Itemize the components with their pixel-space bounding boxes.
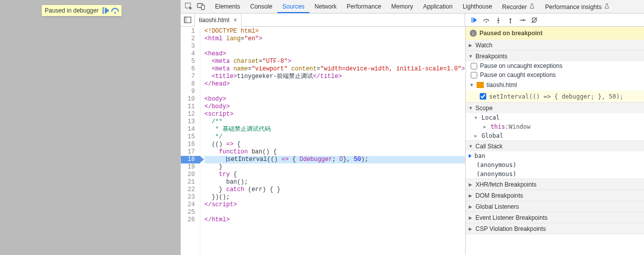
devtools-tab-elements[interactable]: Elements: [210, 0, 245, 13]
code-line[interactable]: [204, 43, 465, 50]
code-line[interactable]: /**: [204, 118, 465, 126]
line-number[interactable]: 7: [181, 73, 200, 80]
devtools-tab-sources[interactable]: Sources: [277, 0, 309, 13]
code-line[interactable]: } catch (err) { }: [204, 186, 465, 194]
step-button[interactable]: [516, 14, 528, 26]
code-line[interactable]: })();: [204, 194, 465, 201]
line-number[interactable]: 12: [181, 111, 200, 118]
code-line[interactable]: * 基础禁止调试代码: [204, 126, 465, 133]
inspect-element-icon[interactable]: [183, 1, 195, 13]
section-scope[interactable]: Scope: [466, 103, 644, 113]
pause-uncaught-checkbox-row[interactable]: Pause on uncaught exceptions: [466, 61, 644, 70]
line-number[interactable]: 20: [181, 171, 200, 179]
step-over-button[interactable]: [480, 14, 492, 26]
devtools-tab-memory[interactable]: Memory: [386, 0, 418, 13]
step-into-button[interactable]: [492, 14, 504, 26]
line-number[interactable]: 16: [181, 141, 200, 148]
line-number[interactable]: 18: [181, 156, 200, 163]
callstack-frame[interactable]: (anonymous): [466, 169, 644, 179]
devtools-tab-performance[interactable]: Performance: [342, 0, 386, 13]
step-over-icon[interactable]: [111, 6, 120, 15]
section-breakpoints[interactable]: Breakpoints: [466, 51, 644, 61]
scope-this-row[interactable]: this: Window: [466, 122, 644, 131]
code-line[interactable]: </html>: [204, 216, 465, 224]
code-line[interactable]: </body>: [204, 103, 465, 111]
code-line[interactable]: <!DOCTYPE html>: [204, 28, 465, 35]
device-toolbar-icon[interactable]: [195, 1, 207, 13]
code-line[interactable]: </script>: [204, 201, 465, 209]
scope-local[interactable]: Local: [466, 113, 644, 122]
deactivate-breakpoints-button[interactable]: [528, 14, 541, 26]
code-line[interactable]: <script>: [204, 111, 465, 118]
section-event-listener-breakpoints[interactable]: Event Listener Breakpoints: [466, 212, 644, 223]
code-line[interactable]: try {: [204, 171, 465, 179]
line-number[interactable]: 21: [181, 179, 200, 186]
code-line[interactable]: (() => {: [204, 141, 465, 148]
code-line[interactable]: <html lang="en">: [204, 35, 465, 43]
devtools-tab-network[interactable]: Network: [309, 0, 342, 13]
code-line[interactable]: </head>: [204, 80, 465, 88]
code-line[interactable]: }: [204, 163, 465, 171]
line-number[interactable]: 23: [181, 194, 200, 201]
line-number[interactable]: 1: [181, 28, 200, 35]
devtools-tab-performance-insights[interactable]: Performance insights: [540, 0, 615, 13]
pause-caught-checkbox[interactable]: [471, 72, 477, 78]
line-number[interactable]: 15: [181, 133, 200, 141]
line-number[interactable]: 13: [181, 118, 200, 126]
line-number[interactable]: 4: [181, 50, 200, 58]
resume-button[interactable]: [468, 14, 480, 26]
line-number[interactable]: 2: [181, 35, 200, 43]
line-number[interactable]: 3: [181, 43, 200, 50]
open-file-tab[interactable]: tiaoshi.html ×: [195, 14, 242, 27]
breakpoint-file-row[interactable]: tiaoshi.html: [466, 79, 644, 91]
code-line[interactable]: [204, 88, 465, 96]
code-line[interactable]: function ban() {: [204, 148, 465, 156]
devtools-tab-lighthouse[interactable]: Lighthouse: [458, 0, 497, 13]
line-number[interactable]: 6: [181, 65, 200, 73]
code-line[interactable]: [204, 209, 465, 216]
svg-marker-18: [509, 18, 511, 20]
code-line[interactable]: <body>: [204, 96, 465, 103]
line-number[interactable]: 24: [181, 201, 200, 209]
line-number[interactable]: 14: [181, 126, 200, 133]
section-callstack[interactable]: Call Stack: [466, 141, 644, 151]
line-number[interactable]: 10: [181, 96, 200, 103]
close-tab-icon[interactable]: ×: [234, 17, 237, 24]
resume-icon[interactable]: [101, 6, 111, 15]
code-line[interactable]: */: [204, 133, 465, 141]
devtools-tab-console[interactable]: Console: [245, 0, 277, 13]
section-global-listeners[interactable]: Global Listeners: [466, 201, 644, 212]
section-csp-breakpoints[interactable]: CSP Violation Breakpoints: [466, 223, 644, 234]
code-line[interactable]: <title>tinygeeker-前端禁止调试</title>: [204, 73, 465, 80]
code-line[interactable]: ban();: [204, 179, 465, 186]
line-number[interactable]: 19: [181, 163, 200, 171]
breakpoint-entry[interactable]: setInterval(() => { debugger; }, 50);: [466, 91, 644, 102]
line-number[interactable]: 25: [181, 209, 200, 216]
line-number[interactable]: 5: [181, 58, 200, 65]
scope-global[interactable]: Global: [466, 131, 644, 140]
line-number[interactable]: 9: [181, 88, 200, 96]
section-xhr-breakpoints[interactable]: XHR/fetch Breakpoints: [466, 179, 644, 190]
line-number[interactable]: 26: [181, 216, 200, 224]
callstack-frame[interactable]: (anonymous): [466, 160, 644, 169]
code-line[interactable]: <meta name="viewport" content="width=dev…: [204, 65, 465, 73]
code-line[interactable]: <meta charset="UTF-8">: [204, 58, 465, 65]
line-number[interactable]: 11: [181, 103, 200, 111]
pause-caught-checkbox-row[interactable]: Pause on caught exceptions: [466, 70, 644, 79]
section-watch[interactable]: Watch: [466, 40, 644, 50]
paused-status-banner: i Paused on breakpoint: [466, 27, 644, 40]
devtools-tab-recorder[interactable]: Recorder: [497, 0, 540, 13]
source-editor[interactable]: 1234567891011121314151617181920212223242…: [181, 27, 465, 255]
pause-uncaught-checkbox[interactable]: [471, 63, 477, 69]
step-out-button[interactable]: [504, 14, 516, 26]
code-line[interactable]: <head>: [204, 50, 465, 58]
devtools-tab-application[interactable]: Application: [418, 0, 458, 13]
breakpoint-enable-checkbox[interactable]: [480, 93, 486, 100]
code-line[interactable]: setInterval(() => { Ddebugger; D}, 50);: [204, 156, 465, 163]
show-navigator-icon[interactable]: [181, 14, 195, 27]
line-number[interactable]: 8: [181, 80, 200, 88]
line-number[interactable]: 22: [181, 186, 200, 194]
line-number[interactable]: 17: [181, 148, 200, 156]
section-dom-breakpoints[interactable]: DOM Breakpoints: [466, 190, 644, 201]
callstack-frame[interactable]: ban: [466, 151, 644, 160]
